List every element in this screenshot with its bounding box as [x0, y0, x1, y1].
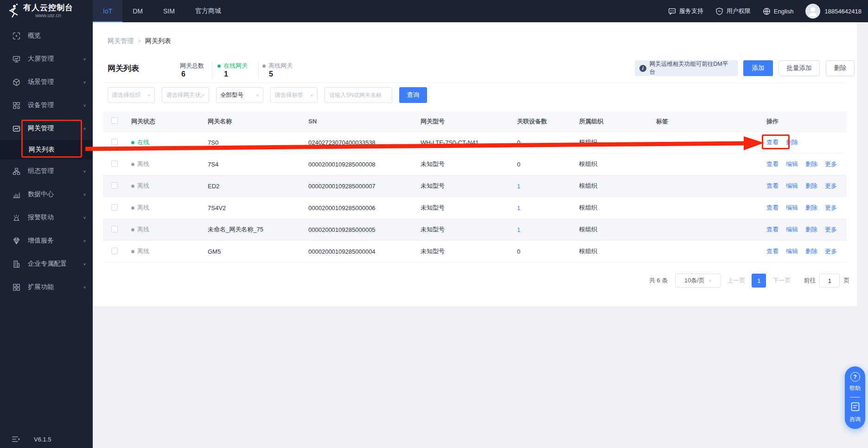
logo[interactable]: 有人云控制台 www.usr.cn: [0, 0, 93, 22]
dm-platform-banner: i 网关运维相关功能可前往DM平台: [635, 60, 738, 76]
cell-gateway-name: 未命名_网关名称_75: [202, 225, 302, 234]
action-删除[interactable]: 删除: [805, 204, 817, 212]
help-question-icon[interactable]: ?: [850, 372, 860, 382]
stat-online-value: 1: [224, 70, 228, 78]
cell-status: 离线: [125, 225, 202, 234]
delete-button[interactable]: 删除: [826, 60, 855, 76]
filter-select-2[interactable]: 全部型号∨: [216, 87, 263, 103]
cell-actions: 查看删除: [760, 138, 847, 147]
action-查看[interactable]: 查看: [766, 138, 779, 147]
pagination: 共 6 条 10条/页 ∨ 上一页 1 下一页 前往 页: [649, 274, 849, 288]
action-编辑[interactable]: 编辑: [786, 225, 798, 234]
row-checkbox[interactable]: [111, 226, 118, 232]
prev-page-button[interactable]: 上一页: [727, 276, 745, 285]
cell-checkbox: [103, 139, 125, 147]
action-查看[interactable]: 查看: [766, 182, 779, 190]
next-page-button[interactable]: 下一页: [772, 276, 791, 285]
filter-select-0[interactable]: 请选择组织∨: [108, 87, 155, 103]
action-更多[interactable]: 更多: [825, 225, 837, 234]
row-checkbox[interactable]: [111, 248, 118, 254]
cell-checkbox: [103, 248, 125, 256]
sidebar-item-设备管理[interactable]: 设备管理∨: [0, 94, 93, 117]
action-查看[interactable]: 查看: [766, 247, 779, 256]
consult-doc-icon[interactable]: [851, 402, 860, 413]
sidebar-item-网关管理[interactable]: 网关管理∧: [0, 117, 93, 140]
row-checkbox[interactable]: [111, 139, 118, 145]
row-checkbox[interactable]: [111, 182, 118, 189]
account-info[interactable]: 18854642418: [805, 4, 862, 19]
action-更多[interactable]: 更多: [825, 160, 837, 168]
action-更多[interactable]: 更多: [825, 204, 837, 212]
status-text: 离线: [137, 182, 149, 190]
sidebar-item-增值服务[interactable]: 增值服务∨: [0, 229, 93, 252]
sidebar-item-企业专属配置[interactable]: 企业专属配置∨: [0, 252, 93, 275]
topbar-item-English[interactable]: English: [763, 7, 794, 15]
select-all-checkbox[interactable]: [111, 117, 118, 124]
online-dot-icon: [217, 64, 221, 68]
sidebar-item-场景管理[interactable]: 场景管理∨: [0, 70, 93, 94]
floating-help-widget: ? 帮助 咨询: [845, 366, 865, 429]
select-value: 请选择网关状态: [166, 91, 202, 99]
goto-page-input[interactable]: [819, 274, 840, 288]
topbar-item-用户权限[interactable]: 用户权限: [715, 7, 751, 15]
cell-gateway-name: 7S0: [202, 139, 302, 146]
nav-tab-官方商城[interactable]: 官方商城: [185, 0, 231, 22]
collapse-sidebar-icon[interactable]: [12, 436, 20, 442]
sidebar-item-大屏管理[interactable]: 大屏管理∨: [0, 47, 93, 70]
device-count[interactable]: 1: [517, 205, 520, 211]
action-删除[interactable]: 删除: [805, 225, 817, 234]
cell-actions: 查看编辑删除更多: [760, 182, 847, 190]
action-编辑[interactable]: 编辑: [786, 247, 798, 256]
action-查看[interactable]: 查看: [766, 225, 779, 234]
table-row: 离线ED200002000109285000007未知型号1根组织查看编辑删除更…: [103, 175, 847, 197]
action-查看[interactable]: 查看: [766, 204, 779, 212]
action-删除[interactable]: 删除: [786, 138, 798, 147]
sidebar-item-报警联动[interactable]: 报警联动∨: [0, 206, 93, 229]
sidebar-item-组态管理[interactable]: 组态管理∨: [0, 160, 93, 183]
cell-device-count: 0: [511, 161, 573, 168]
batch-add-button[interactable]: 批量添加: [779, 60, 820, 76]
stat-offline-value: 5: [269, 70, 273, 78]
action-更多[interactable]: 更多: [825, 247, 837, 256]
device-count[interactable]: 1: [517, 183, 520, 190]
action-编辑[interactable]: 编辑: [786, 160, 798, 168]
banner-text: 网关运维相关功能可前往DM平台: [650, 60, 733, 76]
nav-tab-IoT[interactable]: IoT: [93, 0, 122, 22]
page-number-1[interactable]: 1: [752, 274, 766, 288]
search-button[interactable]: 查询: [399, 87, 427, 103]
main-area: 网关管理 > 网关列表 网关列表 网关总数 6 在线网关 1 离线网关 5 i …: [93, 22, 868, 448]
sidebar-item-扩展功能[interactable]: 扩展功能∨: [0, 275, 93, 299]
add-button[interactable]: 添加: [743, 60, 773, 76]
row-checkbox[interactable]: [111, 204, 118, 211]
action-删除[interactable]: 删除: [805, 160, 817, 168]
avatar[interactable]: [805, 4, 820, 19]
consult-button[interactable]: 咨询: [849, 416, 861, 423]
device-count: 0: [517, 139, 520, 146]
device-count[interactable]: 1: [517, 226, 520, 233]
nav-tab-DM[interactable]: DM: [122, 0, 153, 22]
sidebar-item-label: 企业专属配置: [28, 260, 67, 268]
row-checkbox[interactable]: [111, 160, 118, 167]
enterprise-icon: [12, 260, 20, 268]
filter-select-1[interactable]: 请选择网关状态∨: [162, 87, 209, 103]
offline-dot-icon: [131, 228, 134, 231]
action-删除[interactable]: 删除: [805, 182, 817, 190]
action-删除[interactable]: 删除: [805, 247, 817, 256]
select-value: 请选择标签: [274, 91, 310, 99]
sn-search-input[interactable]: [325, 87, 392, 103]
sidebar-item-概览[interactable]: 概览: [0, 24, 93, 47]
help-button[interactable]: 帮助: [849, 384, 861, 392]
page-size-select[interactable]: 10条/页 ∨: [675, 274, 721, 288]
action-编辑[interactable]: 编辑: [786, 204, 798, 212]
action-编辑[interactable]: 编辑: [786, 182, 798, 190]
action-查看[interactable]: 查看: [766, 160, 779, 168]
sidebar-subitem-网关列表[interactable]: 网关列表: [0, 140, 93, 160]
sidebar-item-数据中心[interactable]: 数据中心∨: [0, 183, 93, 206]
content-card: 网关管理 > 网关列表 网关列表 网关总数 6 在线网关 1 离线网关 5 i …: [93, 22, 857, 306]
nav-tab-SIM[interactable]: SIM: [153, 0, 185, 22]
topbar-item-服务支持[interactable]: 服务支持: [668, 7, 703, 15]
filter-select-3[interactable]: 请选择标签∨: [270, 87, 318, 103]
action-更多[interactable]: 更多: [825, 182, 837, 190]
breadcrumb-item[interactable]: 网关管理: [108, 37, 134, 45]
gateway-icon: [12, 124, 20, 133]
